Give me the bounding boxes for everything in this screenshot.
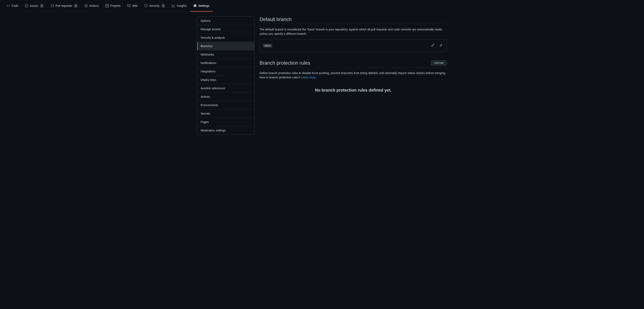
tab-security[interactable]: Security 1 [141, 0, 169, 11]
project-icon [106, 4, 109, 8]
tab-insights-label: Insights [177, 4, 186, 8]
learn-more-link[interactable]: Learn more. [301, 76, 316, 79]
issue-icon [25, 4, 28, 8]
tab-pull-requests-label: Pull requests [56, 4, 72, 8]
tab-settings[interactable]: Settings [190, 0, 213, 11]
git-pull-request-icon [50, 4, 54, 8]
sidebar-item-environments[interactable]: Environments [197, 101, 254, 109]
tab-wiki-label: Wiki [132, 4, 138, 8]
tab-projects[interactable]: Projects [102, 0, 124, 11]
layout-container: Options Manage access Security & analysi… [190, 17, 454, 135]
code-icon [6, 4, 10, 8]
tab-issues[interactable]: Issues 1 [22, 0, 47, 11]
sidebar-item-manage-access[interactable]: Manage access [197, 25, 254, 34]
graph-icon [172, 4, 175, 8]
default-branch-heading: Default branch [260, 17, 447, 24]
sidebar-item-pages[interactable]: Pages [197, 118, 254, 126]
tab-projects-label: Projects [110, 4, 121, 8]
sidebar-item-actions[interactable]: Actions [197, 93, 254, 101]
shield-icon [144, 4, 148, 8]
sidebar-item-integrations[interactable]: Integrations [197, 67, 254, 76]
branch-protection-heading: Branch protection rules [260, 60, 310, 66]
play-icon [84, 4, 88, 8]
sidebar-item-moderation-settings[interactable]: Moderation settings [197, 126, 254, 135]
sidebar-item-secrets[interactable]: Secrets [197, 109, 254, 118]
default-branch-description: The default branch is considered the "ba… [260, 27, 447, 36]
repo-navigation: Code Issues 1 Pull requests 2 Actions Pr… [0, 0, 644, 12]
sidebar-item-deploy-keys[interactable]: Deploy keys [197, 76, 254, 84]
sidebar-item-webhooks[interactable]: Webhooks [197, 50, 254, 59]
gear-icon [193, 4, 197, 8]
add-rule-button[interactable]: Add rule [431, 60, 447, 66]
tab-insights[interactable]: Insights [168, 0, 190, 11]
tab-issues-label: Issues [30, 4, 38, 8]
main-content: Default branch The default branch is con… [260, 17, 447, 135]
book-icon [127, 4, 130, 8]
tab-code-label: Code [12, 4, 18, 8]
rename-branch-button[interactable] [430, 43, 435, 48]
tab-settings-label: Settings [198, 4, 210, 8]
sidebar-item-options[interactable]: Options [197, 17, 254, 25]
sidebar-item-notifications[interactable]: Notifications [197, 59, 254, 67]
settings-sidebar: Options Manage access Security & analysi… [197, 17, 254, 135]
arrow-switch-icon [439, 44, 442, 48]
tab-code[interactable]: Code [3, 0, 22, 11]
tab-actions-label: Actions [90, 4, 99, 8]
branch-name-badge: main [263, 44, 272, 48]
branch-protection-header-row: Branch protection rules Add rule [260, 60, 447, 68]
tab-actions[interactable]: Actions [81, 0, 102, 11]
branch-protection-description: Define branch protection rules to disabl… [260, 71, 447, 80]
sidebar-item-security-analysis[interactable]: Security & analysis [197, 34, 254, 42]
default-branch-box: main [260, 39, 447, 52]
security-count: 1 [161, 4, 165, 8]
sidebar-item-branches[interactable]: Branches [197, 42, 254, 50]
sidebar-item-autolink-references[interactable]: Autolink references [197, 84, 254, 93]
tab-pull-requests[interactable]: Pull requests 2 [47, 0, 81, 11]
issues-count: 1 [40, 4, 44, 8]
branch-protection-description-text: Define branch protection rules to disabl… [260, 71, 446, 79]
switch-branch-button[interactable] [438, 43, 444, 48]
pull-requests-count: 2 [74, 4, 78, 8]
branch-actions [430, 43, 444, 48]
tab-wiki[interactable]: Wiki [124, 0, 141, 11]
tab-security-label: Security [149, 4, 160, 8]
pencil-icon [431, 44, 434, 48]
empty-state-message: No branch protection rules defined yet. [260, 88, 447, 93]
